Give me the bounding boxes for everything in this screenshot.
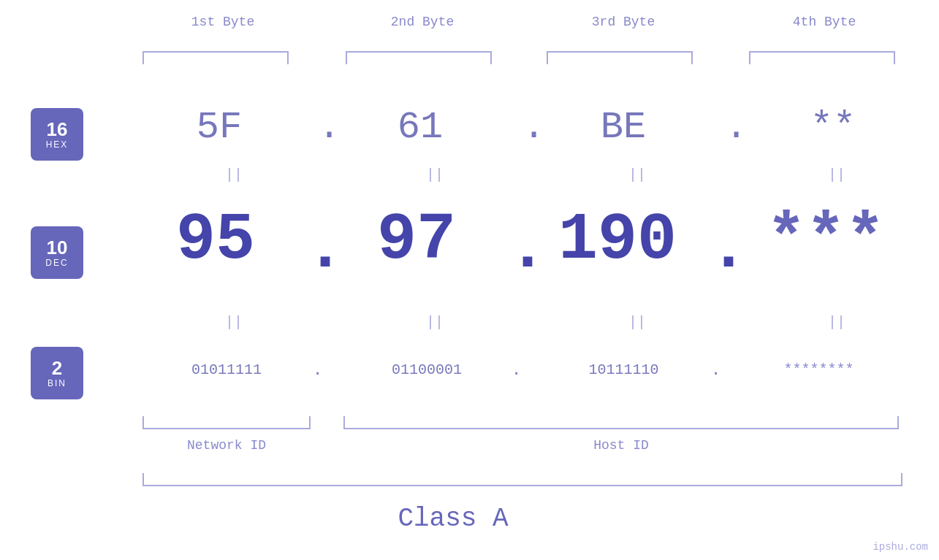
hex-dot-3: .	[725, 106, 748, 149]
bin-badge: 2 BIN	[31, 347, 83, 399]
dec-dot-1: .	[305, 212, 345, 286]
eq-1-byte2: ||	[406, 166, 464, 183]
hex-base-name: HEX	[46, 139, 69, 150]
byte-header-3: 3rd Byte	[550, 15, 696, 29]
class-label: Class A	[0, 504, 906, 534]
eq-2-byte2: ||	[406, 314, 464, 331]
eq-2-byte4: ||	[807, 314, 866, 331]
hex-dot-2: .	[522, 106, 545, 149]
dec-base-name: DEC	[45, 258, 68, 268]
hex-base-number: 16	[47, 119, 68, 140]
main-layout: 16 HEX 10 DEC 2 BIN 1st Byte 2nd Byte 3r…	[0, 0, 939, 560]
hex-byte-1: 5F	[179, 106, 259, 149]
top-bracket-2	[346, 51, 492, 64]
dec-byte-2: 97	[358, 203, 475, 277]
watermark: ipshu.com	[873, 541, 928, 553]
bin-dot-2: .	[512, 361, 521, 380]
network-id-label: Network ID	[142, 438, 311, 453]
hex-dot-1: .	[318, 106, 341, 149]
eq-1-byte1: ||	[205, 166, 263, 183]
bin-byte-4: ********	[729, 361, 908, 378]
top-bracket-4	[749, 51, 895, 64]
byte-header-4: 4th Byte	[751, 15, 897, 29]
eq-2-byte3: ||	[608, 314, 666, 331]
top-bracket-1	[142, 51, 289, 64]
bin-byte-2: 01100001	[332, 361, 522, 378]
dec-byte-4: ***	[745, 203, 906, 277]
hex-byte-2: 61	[380, 106, 460, 149]
dec-base-number: 10	[47, 237, 68, 258]
dec-byte-1: 95	[157, 203, 274, 277]
bin-byte-1: 01011111	[135, 361, 318, 378]
bin-base-number: 2	[52, 358, 62, 379]
eq-2-byte1: ||	[205, 314, 263, 331]
bin-dot-1: .	[313, 361, 322, 380]
hex-byte-4: **	[778, 106, 888, 149]
byte-header-1: 1st Byte	[150, 15, 296, 29]
bin-dot-3: .	[711, 361, 721, 380]
bin-byte-3: 10111110	[531, 361, 717, 378]
byte-header-2: 2nd Byte	[349, 15, 495, 29]
hex-badge: 16 HEX	[31, 108, 83, 161]
dec-badge: 10 DEC	[31, 226, 83, 279]
top-bracket-3	[547, 51, 693, 64]
host-id-label: Host ID	[343, 438, 899, 453]
eq-1-byte3: ||	[608, 166, 666, 183]
dec-dot-2: .	[508, 212, 547, 286]
hex-byte-3: BE	[583, 106, 664, 149]
host-id-bracket	[343, 416, 899, 429]
dec-byte-3: 190	[544, 203, 691, 277]
full-span-bracket	[142, 473, 902, 486]
dec-dot-3: .	[709, 212, 748, 286]
eq-1-byte4: ||	[807, 166, 866, 183]
bin-base-name: BIN	[47, 378, 66, 388]
network-id-bracket	[142, 416, 311, 429]
